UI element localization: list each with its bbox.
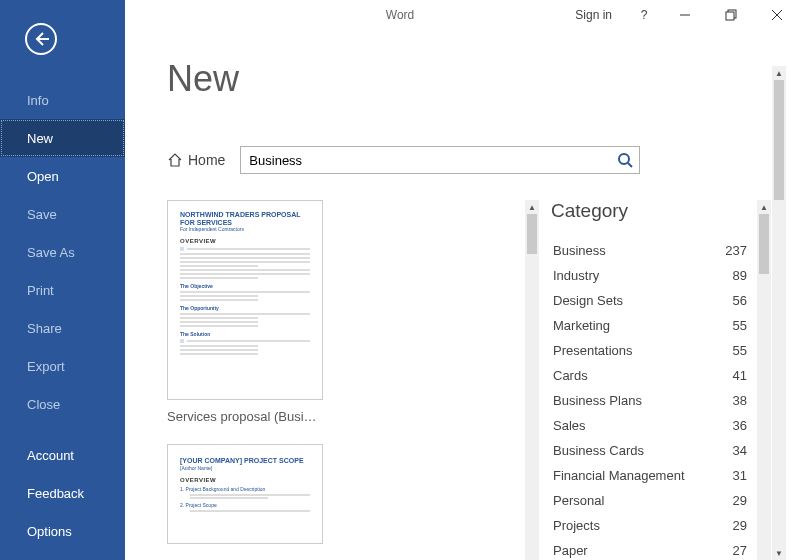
- home-breadcrumb[interactable]: Home: [167, 152, 225, 168]
- category-count: 29: [733, 493, 747, 508]
- scroll-down-icon[interactable]: ▼: [772, 546, 786, 560]
- back-button[interactable]: [25, 23, 57, 55]
- category-count: 27: [733, 543, 747, 558]
- category-item[interactable]: Projects29: [551, 513, 753, 538]
- category-item[interactable]: Sales36: [551, 413, 753, 438]
- sidebar-item-share[interactable]: Share: [0, 309, 125, 347]
- search-icon: [617, 152, 633, 168]
- close-button[interactable]: [754, 0, 800, 30]
- category-name: Financial Management: [553, 468, 685, 483]
- scroll-up-icon[interactable]: ▲: [757, 200, 771, 214]
- help-button[interactable]: ?: [626, 8, 662, 22]
- template-caption: Services proposal (Busi…: [167, 409, 323, 424]
- category-count: 31: [733, 468, 747, 483]
- sidebar-item-close[interactable]: Close: [0, 385, 125, 423]
- thumb-section: The Opportunity: [180, 305, 310, 311]
- thumb-sub: For Independent Contractors: [180, 226, 310, 232]
- search-row: Home: [167, 146, 772, 174]
- scroll-thumb[interactable]: [759, 214, 769, 274]
- search-button[interactable]: [611, 147, 639, 173]
- backstage-sidebar: Info New Open Save Save As Print Share E…: [0, 0, 125, 560]
- svg-point-5: [619, 154, 629, 164]
- category-name: Marketing: [553, 318, 610, 333]
- thumb-title: [YOUR COMPANY] PROJECT SCOPE: [180, 457, 310, 465]
- restore-button[interactable]: [708, 0, 754, 30]
- templates-scrollbar[interactable]: ▲ ▼: [525, 200, 539, 560]
- thumb-section: The Solution: [180, 331, 310, 337]
- category-name: Personal: [553, 493, 604, 508]
- category-count: 56: [733, 293, 747, 308]
- templates-pane: NORTHWIND TRADERS PROPOSAL FOR SERVICES …: [167, 200, 537, 560]
- main-content: ▲ ▼ New Home NORTHWIND TRADERS PROPOSAL …: [125, 30, 786, 560]
- category-count: 89: [733, 268, 747, 283]
- category-name: Projects: [553, 518, 600, 533]
- sidebar-item-save[interactable]: Save: [0, 195, 125, 233]
- category-count: 38: [733, 393, 747, 408]
- category-count: 237: [725, 243, 747, 258]
- category-name: Business Cards: [553, 443, 644, 458]
- category-item[interactable]: Presentations55: [551, 338, 753, 363]
- svg-line-6: [628, 163, 632, 167]
- search-box: [240, 146, 640, 174]
- sidebar-item-options[interactable]: Options: [0, 512, 125, 550]
- page-title: New: [167, 58, 786, 100]
- template-card[interactable]: NORTHWIND TRADERS PROPOSAL FOR SERVICES …: [167, 200, 323, 424]
- category-name: Business Plans: [553, 393, 642, 408]
- sidebar-item-save-as[interactable]: Save As: [0, 233, 125, 271]
- thumb-line: 1. Project Background and Description: [180, 486, 310, 492]
- category-count: 34: [733, 443, 747, 458]
- category-item[interactable]: Industry89: [551, 263, 753, 288]
- scroll-up-icon[interactable]: ▲: [772, 66, 786, 80]
- category-count: 29: [733, 518, 747, 533]
- sidebar-item-new[interactable]: New: [0, 119, 125, 157]
- sidebar-item-print[interactable]: Print: [0, 271, 125, 309]
- sidebar-item-open[interactable]: Open: [0, 157, 125, 195]
- category-name: Industry: [553, 268, 599, 283]
- category-name: Business: [553, 243, 606, 258]
- sidebar-item-account[interactable]: Account: [0, 436, 125, 474]
- svg-rect-2: [726, 12, 734, 20]
- category-item[interactable]: Business Cards34: [551, 438, 753, 463]
- category-name: Sales: [553, 418, 586, 433]
- template-thumbnail[interactable]: NORTHWIND TRADERS PROPOSAL FOR SERVICES …: [167, 200, 323, 400]
- scroll-thumb[interactable]: [527, 214, 537, 254]
- template-card[interactable]: [YOUR COMPANY] PROJECT SCOPE [Author Nam…: [167, 444, 323, 544]
- sidebar-nav: Info New Open Save Save As Print Share E…: [0, 81, 125, 423]
- sidebar-item-export[interactable]: Export: [0, 347, 125, 385]
- titlebar-controls: Sign in ?: [561, 0, 800, 30]
- main-scrollbar[interactable]: ▲ ▼: [772, 66, 786, 560]
- category-item[interactable]: Marketing55: [551, 313, 753, 338]
- search-input[interactable]: [241, 147, 611, 173]
- category-item[interactable]: Business Plans38: [551, 388, 753, 413]
- category-count: 36: [733, 418, 747, 433]
- category-item[interactable]: Design Sets56: [551, 288, 753, 313]
- category-name: Design Sets: [553, 293, 623, 308]
- category-item[interactable]: Cards41: [551, 363, 753, 388]
- home-label: Home: [188, 152, 225, 168]
- sidebar-item-feedback[interactable]: Feedback: [0, 474, 125, 512]
- sidebar-bottom: Account Feedback Options: [0, 436, 125, 550]
- minimize-button[interactable]: [662, 0, 708, 30]
- category-name: Presentations: [553, 343, 633, 358]
- category-item[interactable]: Financial Management31: [551, 463, 753, 488]
- category-item[interactable]: Personal29: [551, 488, 753, 513]
- category-count: 55: [733, 318, 747, 333]
- category-count: 55: [733, 343, 747, 358]
- sidebar-item-info[interactable]: Info: [0, 81, 125, 119]
- template-thumbnail[interactable]: [YOUR COMPANY] PROJECT SCOPE [Author Nam…: [167, 444, 323, 544]
- category-count: 41: [733, 368, 747, 383]
- category-item[interactable]: Business237: [551, 238, 753, 263]
- category-item[interactable]: Paper27: [551, 538, 753, 560]
- signin-link[interactable]: Sign in: [561, 8, 626, 22]
- thumb-heading: OVERVIEW: [180, 477, 310, 483]
- category-pane: Category ▲ ▼ Business237Industry89Design…: [551, 200, 771, 560]
- thumb-author: [Author Name]: [180, 465, 310, 471]
- home-icon: [167, 153, 183, 167]
- category-scrollbar[interactable]: ▲ ▼: [757, 200, 771, 560]
- scroll-up-icon[interactable]: ▲: [525, 200, 539, 214]
- category-name: Paper: [553, 543, 588, 558]
- scroll-thumb[interactable]: [774, 80, 784, 200]
- category-heading: Category: [551, 200, 771, 222]
- thumb-line: 2. Project Scope: [180, 502, 310, 508]
- thumb-section: The Objective: [180, 283, 310, 289]
